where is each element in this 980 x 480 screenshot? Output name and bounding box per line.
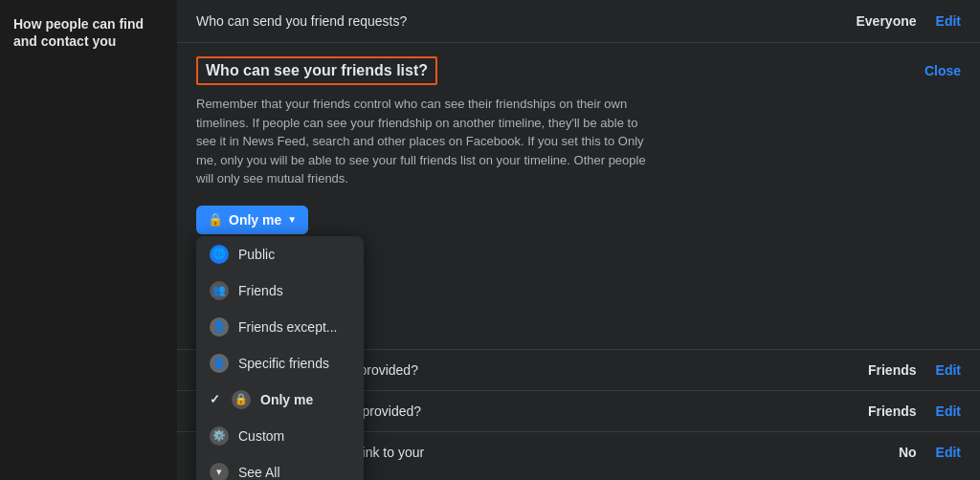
- dropdown-option-custom[interactable]: ⚙️ Custom: [196, 418, 364, 454]
- email-value: Friends: [868, 362, 917, 378]
- arrow-down-icon: ▾: [210, 463, 229, 481]
- checkmark-icon: ✓: [210, 392, 220, 406]
- friends-icon: 👥: [210, 281, 229, 300]
- dropdown-option-specific-friends-label: Specific friends: [238, 356, 329, 371]
- dropdown-option-friends-label: Friends: [238, 283, 283, 298]
- friend-requests-edit[interactable]: Edit: [936, 13, 961, 29]
- friends-list-section: Who can see your friends list? Close Rem…: [177, 43, 980, 234]
- dropdown-row: 🔒 Only me ▼ 🌐 Public 👥 Friends: [177, 202, 980, 234]
- globe-icon: 🌐: [210, 245, 229, 264]
- lock-only-me-icon: 🔒: [232, 390, 251, 409]
- phone-value: Friends: [868, 404, 917, 419]
- audience-dropdown-menu: 🌐 Public 👥 Friends 👤 Friends except... 👤…: [196, 236, 364, 481]
- dropdown-option-custom-label: Custom: [238, 428, 284, 444]
- dropdown-option-only-me[interactable]: ✓ 🔒 Only me: [196, 382, 364, 418]
- friends-list-description: Remember that your friends control who c…: [177, 95, 675, 202]
- dropdown-option-see-all-label: See All: [238, 465, 280, 480]
- sidebar-title: How people can find and contact you: [13, 15, 164, 50]
- person-plus-icon: 👤: [210, 354, 229, 373]
- dropdown-option-friends-except-label: Friends except...: [238, 319, 338, 335]
- phone-edit[interactable]: Edit: [936, 404, 961, 419]
- dropdown-option-specific-friends[interactable]: 👤 Specific friends: [196, 345, 364, 382]
- outside-value: No: [899, 445, 917, 460]
- email-edit[interactable]: Edit: [936, 362, 961, 378]
- dropdown-option-friends-except[interactable]: 👤 Friends except...: [196, 309, 364, 345]
- friends-list-header: Who can see your friends list? Close: [177, 43, 980, 95]
- dropdown-option-friends[interactable]: 👥 Friends: [196, 273, 364, 309]
- dropdown-option-only-me-label: Only me: [260, 392, 313, 407]
- friend-requests-question: Who can send you friend requests?: [196, 13, 857, 29]
- person-minus-icon: 👤: [210, 317, 229, 337]
- friend-requests-value: Everyone: [857, 13, 917, 29]
- friend-requests-row: Who can send you friend requests? Everyo…: [177, 0, 980, 43]
- dropdown-option-see-all[interactable]: ▾ See All: [196, 454, 364, 481]
- sidebar: How people can find and contact you: [0, 0, 177, 480]
- lock-icon: 🔒: [208, 212, 223, 227]
- close-button[interactable]: Close: [924, 63, 961, 78]
- dropdown-option-public-label: Public: [238, 247, 275, 262]
- dropdown-current-value: Only me: [229, 212, 281, 228]
- outside-edit[interactable]: Edit: [936, 445, 961, 460]
- friends-list-title: Who can see your friends list?: [196, 56, 437, 85]
- audience-dropdown-trigger[interactable]: 🔒 Only me ▼: [196, 206, 308, 234]
- dropdown-option-public[interactable]: 🌐 Public: [196, 236, 364, 273]
- chevron-down-icon: ▼: [287, 214, 297, 225]
- gear-icon: ⚙️: [210, 426, 229, 446]
- main-content: Who can send you friend requests? Everyo…: [177, 0, 980, 480]
